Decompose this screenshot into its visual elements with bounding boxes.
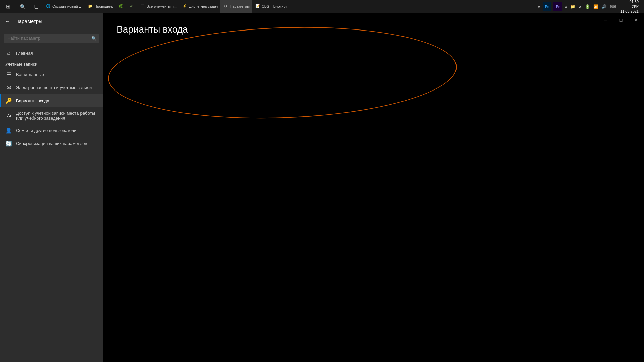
clock-date: 11.03.2021	[620, 9, 639, 14]
settings-icon: ⚙	[223, 4, 228, 9]
search-box: 🔍	[4, 34, 99, 43]
notepad-icon: 📝	[255, 4, 260, 9]
family-icon: 👤	[5, 127, 12, 134]
all-elements-icon: ☰	[140, 4, 145, 9]
app-label: CBS – Блокнот	[262, 4, 287, 8]
tray-keyboard-icon: ⌨	[609, 4, 617, 9]
minimize-button[interactable]: ─	[598, 13, 613, 27]
nav-item-sync[interactable]: 🔄 Синхронизация ваших параметров	[0, 137, 103, 150]
content-area: ─ □ ✕ Варианты входа	[103, 13, 644, 362]
nav-item-work-access[interactable]: 🗂 Доступ к учетной записи места работы и…	[0, 107, 103, 124]
settings-panel: ← Параметры 🔍 ⌂ Главная Учетные записи ☰…	[0, 13, 103, 362]
app-label: Все элементы п...	[146, 4, 177, 8]
taskbar: ⊞ 🔍 ❑ 🌐 Создать новый ... 📁 Проводник 🌿 …	[0, 0, 644, 13]
clock-lang: УКР	[620, 4, 639, 9]
nav-label: Электронная почта и учетные записи	[16, 85, 92, 90]
edge-icon: 🌐	[46, 4, 51, 9]
nav-label: Ваши данные	[16, 72, 44, 77]
nav-item-home[interactable]: ⌂ Главная	[0, 47, 103, 59]
accounts-section-label: Учетные записи	[0, 59, 103, 68]
your-data-icon: ☰	[5, 71, 12, 78]
app-label: Проводник	[94, 4, 113, 8]
close-button[interactable]: ✕	[629, 13, 644, 27]
email-icon: ✉	[5, 84, 12, 91]
overflow-btn[interactable]: »	[537, 4, 542, 9]
task-view-icon: ❑	[34, 4, 39, 9]
main-window: ← Параметры 🔍 ⌂ Главная Учетные записи ☰…	[0, 13, 644, 362]
tray-volume-icon[interactable]: 🔊	[601, 4, 608, 9]
app4-icon: ✔	[129, 4, 134, 9]
taskbar-app-4[interactable]: ✔	[126, 0, 137, 13]
search-icon: 🔍	[91, 36, 97, 41]
task-view-button[interactable]: ❑	[30, 0, 43, 13]
taskbar-app-settings[interactable]: ⚙ Параметры	[220, 0, 252, 13]
settings-panel-title: Параметры	[15, 18, 42, 24]
task-manager-icon: ⚡	[182, 4, 187, 9]
nav-label: Варианты входа	[16, 98, 49, 103]
start-button[interactable]: ⊞	[0, 0, 16, 13]
taskbar-app-notepad[interactable]: 📝 CBS – Блокнот	[252, 0, 290, 13]
taskbar-app-all-elements[interactable]: ☰ Все элементы п...	[137, 0, 179, 13]
taskbar-app-task-manager[interactable]: ⚡ Диспетчер задач	[179, 0, 220, 13]
tray-network-icon: 📶	[592, 4, 599, 9]
search-icon: 🔍	[20, 4, 26, 9]
app-label: Диспетчер задач	[189, 4, 218, 8]
app3-icon: 🌿	[118, 4, 123, 9]
maximize-button[interactable]: □	[613, 13, 629, 27]
start-icon: ⊞	[6, 3, 10, 10]
nav-label: Семья и другие пользователи	[16, 128, 76, 133]
overflow-btn2[interactable]: »	[564, 4, 569, 9]
sign-in-icon: 🔑	[5, 98, 12, 104]
clock-time: 01:39	[620, 0, 639, 4]
nav-label: Доступ к учетной записи места работы или…	[16, 111, 98, 121]
taskbar-right: » Ps Pr » 📁 ∧ 🔋 📶 🔊 ⌨ 01:39 УКР 11.03.20…	[537, 0, 644, 14]
taskbar-app-3[interactable]: 🌿	[115, 0, 126, 13]
tray-battery-icon: 🔋	[584, 4, 591, 9]
nav-item-your-data[interactable]: ☰ Ваши данные	[0, 68, 103, 81]
annotation-ellipse	[107, 21, 459, 124]
home-icon: ⌂	[5, 50, 12, 56]
nav-item-email[interactable]: ✉ Электронная почта и учетные записи	[0, 81, 103, 94]
app-label: Параметры	[230, 4, 250, 8]
window-controls: ─ □ ✕	[598, 13, 644, 27]
page-title: Варианты входа	[117, 24, 631, 35]
back-button[interactable]: ←	[4, 17, 11, 25]
nav-item-sign-in[interactable]: 🔑 Варианты входа	[0, 94, 103, 107]
taskbar-app-explorer[interactable]: 📁 Проводник	[85, 0, 115, 13]
settings-header: ← Параметры	[0, 13, 103, 29]
taskbar-app-create-new[interactable]: 🌐 Создать новый ...	[43, 0, 85, 13]
nav-label: Главная	[16, 51, 33, 56]
search-input[interactable]	[4, 34, 99, 43]
sync-icon: 🔄	[5, 140, 12, 147]
taskbar-apps: 🌐 Создать новый ... 📁 Проводник 🌿 ✔ ☰ Вс…	[43, 0, 537, 13]
work-access-icon: 🗂	[5, 113, 12, 119]
tray-icons: 📁 ∧ 🔋 📶 🔊 ⌨	[569, 4, 617, 9]
photoshop-icon[interactable]: Ps	[543, 2, 551, 11]
nav-label: Синхронизация ваших параметров	[16, 141, 87, 146]
premiere-icon[interactable]: Pr	[553, 2, 562, 11]
tray-folder-icon: 📁	[569, 4, 576, 9]
app-label: Создать новый ...	[52, 4, 82, 8]
tray-up-icon[interactable]: ∧	[578, 4, 583, 9]
taskbar-search-button[interactable]: 🔍	[16, 0, 30, 13]
taskbar-clock[interactable]: 01:39 УКР 11.03.2021	[618, 0, 641, 14]
nav-item-family[interactable]: 👤 Семья и другие пользователи	[0, 124, 103, 137]
folder-icon: 📁	[88, 4, 93, 9]
